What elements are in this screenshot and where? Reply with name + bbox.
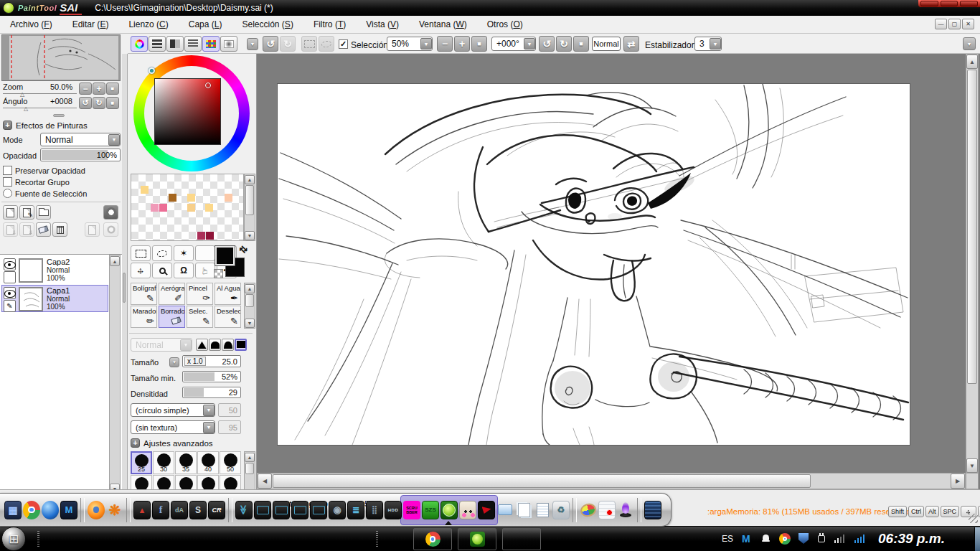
dock-icon[interactable]: SCRU BBER <box>403 501 420 519</box>
opacity-slider[interactable]: 100% <box>40 149 121 161</box>
canvas-hscrollbar[interactable]: ◀ ▶ <box>257 473 966 489</box>
dock-icon[interactable]: SZS <box>422 501 439 519</box>
brush-edge-hard-button[interactable] <box>196 339 208 351</box>
color-swatch[interactable] <box>187 204 195 212</box>
brush-texture-combo[interactable]: (sin textura)▼ <box>131 420 215 434</box>
brush-size-preset[interactable]: 40 <box>197 451 219 474</box>
layer-list-scrollbar[interactable]: ▲ ▼ <box>109 255 121 496</box>
panel-resize-gutter[interactable] <box>122 54 128 495</box>
rotate-ccw-button[interactable]: ↺ <box>539 36 555 52</box>
flip-view-button[interactable]: ⇄ <box>623 36 639 52</box>
layer-row-capa1[interactable]: ✎ Capa1 Normal 100% <box>1 285 108 312</box>
dock-icon[interactable] <box>80 498 85 522</box>
navigator-angle-slider[interactable] <box>3 108 77 108</box>
dock-icon[interactable] <box>617 501 634 519</box>
dock-icon[interactable] <box>88 501 105 519</box>
scroll-right-button[interactable]: ▶ <box>951 474 965 489</box>
malwarebytes-tray-icon[interactable]: M <box>742 533 750 545</box>
layer-paint-indicator[interactable]: ✎ <box>4 300 16 312</box>
nav-zoom-out-button[interactable]: − <box>79 83 92 95</box>
dock-icon[interactable]: HDD <box>385 501 402 519</box>
color-swatch[interactable] <box>141 186 149 194</box>
dock-icon[interactable] <box>273 501 290 519</box>
dock-icon[interactable]: CR <box>208 501 225 519</box>
scroll-up-button[interactable]: ▲ <box>245 453 255 462</box>
dock-icon[interactable]: ▲ <box>133 501 151 519</box>
saturation-value-square[interactable] <box>154 78 221 145</box>
scroll-down-button[interactable]: ▼ <box>245 231 255 240</box>
paste-layer-button[interactable] <box>103 222 118 237</box>
chevron-down-icon[interactable]: ▼ <box>420 38 432 50</box>
size-unit-button[interactable]: ▼ <box>169 357 179 367</box>
color-swatch[interactable] <box>205 204 213 212</box>
canvas[interactable] <box>278 84 910 445</box>
dock-icon[interactable] <box>440 501 458 519</box>
zoom-tool-button[interactable] <box>152 263 172 278</box>
empty-tool-slot[interactable] <box>195 245 215 261</box>
preserve-opacity-checkbox[interactable] <box>3 166 12 175</box>
swatch-panel[interactable] <box>131 174 244 241</box>
brush-tool-cell[interactable]: Selec. ✎ <box>187 306 213 328</box>
color-swatch[interactable] <box>169 194 176 202</box>
menu-item[interactable]: Lienzo (C) <box>118 17 178 32</box>
color-swatch[interactable] <box>187 194 195 202</box>
dock-icon[interactable] <box>534 501 551 519</box>
dock-icon[interactable]: ❋ <box>106 501 123 519</box>
magic-wand-tool-button[interactable]: ✶ <box>174 245 194 261</box>
expand-plus-icon[interactable]: + <box>3 121 12 130</box>
angle-combo[interactable]: +000°▼ <box>491 37 536 51</box>
preset-scrollbar[interactable]: ▲ <box>244 451 255 495</box>
dock-icon[interactable]: ≣ <box>347 501 364 519</box>
clear-layer-button[interactable] <box>36 222 51 237</box>
rotate-tool-button[interactable]: Ω <box>174 263 194 278</box>
zoom-combo[interactable]: 50%▼ <box>387 37 433 51</box>
delete-layer-button[interactable] <box>52 222 67 237</box>
start-button[interactable]: ⊞ <box>1 527 26 551</box>
density-slider[interactable]: 29 <box>182 387 241 398</box>
min-size-slider[interactable]: 52% <box>182 371 241 382</box>
dock-icon[interactable]: ⣿ <box>366 501 383 519</box>
brush-size-preset[interactable]: 35 <box>175 451 197 474</box>
brush-tool-cell[interactable]: Bolígrafo ✎ <box>131 283 157 305</box>
scrollbar-thumb[interactable] <box>245 294 254 307</box>
new-layer-button[interactable] <box>3 205 18 220</box>
dock-icon[interactable]: dA <box>171 501 188 519</box>
new-linework-layer-button[interactable]: ✎ <box>19 205 34 220</box>
brush-grid-scrollbar[interactable]: ▲ ▼ <box>244 283 255 329</box>
merge-down-button[interactable]: ⇓ <box>19 222 34 237</box>
transfer-down-button[interactable]: ⇩ <box>3 222 18 237</box>
toolbar-right-overflow-button[interactable]: ▼ <box>963 37 976 50</box>
dock-icon[interactable] <box>515 501 532 519</box>
brush-blend-combo[interactable]: Normal▼ <box>131 338 192 352</box>
clock[interactable]: 06:39 p.m. <box>878 531 945 547</box>
menu-item[interactable]: Vista (V) <box>356 17 409 32</box>
color-wheel-toggle-button[interactable] <box>131 36 148 52</box>
dock-icon[interactable]: ▦ <box>4 501 22 519</box>
dock-icon[interactable] <box>126 498 131 522</box>
hue-marker[interactable] <box>149 67 155 74</box>
menu-item[interactable]: Editar (E) <box>62 17 119 32</box>
zoom-in-button[interactable]: + <box>454 36 470 52</box>
dock-icon[interactable] <box>573 498 577 522</box>
move-tool-button[interactable] <box>131 263 151 278</box>
layer-visibility-toggle[interactable] <box>4 258 16 270</box>
scroll-up-button[interactable]: ▲ <box>245 284 255 293</box>
brush-size-slider[interactable]: x 1.0 25.0 <box>182 355 241 367</box>
dock-icon[interactable] <box>644 501 661 519</box>
dock-icon[interactable] <box>42 501 59 519</box>
dock-icon[interactable]: ♻ <box>552 501 570 519</box>
stabilizer-combo[interactable]: 3▼ <box>694 37 722 51</box>
layer-mask-button[interactable] <box>103 205 118 220</box>
dock-icon[interactable] <box>496 501 514 519</box>
toolbar-overflow-button[interactable]: ▼ <box>247 38 258 50</box>
selection-expand-button[interactable] <box>301 36 317 52</box>
menu-item[interactable]: Archivo (F) <box>0 17 62 32</box>
window-close-button[interactable]: ✕ <box>962 19 974 29</box>
scrollbar-thumb[interactable] <box>245 463 254 474</box>
dock-icon[interactable] <box>478 501 495 519</box>
menu-item[interactable]: Ventana (W) <box>409 17 477 32</box>
color-swatch[interactable] <box>197 232 205 240</box>
window-restore-button[interactable]: ▢ <box>948 19 961 29</box>
brush-edge-round-button[interactable] <box>209 339 221 351</box>
chevron-down-icon[interactable]: ▼ <box>203 422 215 433</box>
